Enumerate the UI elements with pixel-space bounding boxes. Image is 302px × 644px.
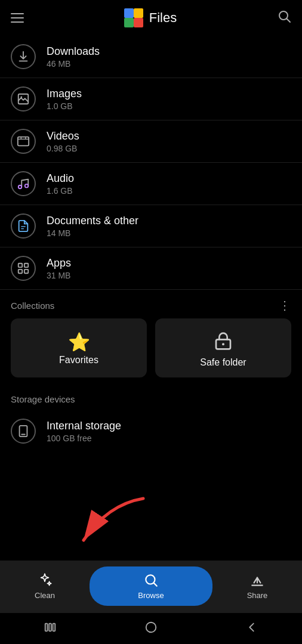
videos-icon	[11, 129, 36, 154]
category-name: Documents & other	[47, 215, 138, 227]
arrow-annotation	[48, 493, 155, 566]
share-nav-item[interactable]: Share	[212, 572, 302, 600]
category-size: 0.98 GB	[47, 144, 79, 153]
collections-title: Collections	[11, 301, 54, 311]
list-item[interactable]: Videos 0.98 GB	[0, 120, 302, 163]
bottom-navigation: Clean Browse Share	[0, 561, 302, 613]
browse-nav-item[interactable]: Browse	[90, 566, 212, 606]
star-icon: ⭐	[68, 332, 90, 352]
share-nav-label: Share	[247, 591, 268, 600]
audio-icon	[11, 171, 36, 196]
app-title: Files	[149, 10, 177, 26]
list-item[interactable]: Audio 1.6 GB	[0, 163, 302, 205]
storage-name: Internal storage	[47, 420, 121, 432]
storage-title: Storage devices	[11, 394, 75, 404]
safe-folder-card[interactable]: Safe folder	[155, 318, 291, 377]
category-name: Videos	[47, 130, 79, 143]
home-button[interactable]	[144, 621, 158, 637]
documents-icon	[11, 213, 36, 239]
category-size: 1.0 GB	[47, 101, 82, 111]
svg-point-21	[222, 343, 224, 345]
browse-nav-label: Browse	[138, 591, 164, 600]
category-size: 46 MB	[47, 59, 100, 69]
download-icon	[11, 44, 36, 69]
svg-rect-19	[24, 270, 28, 273]
images-icon	[11, 86, 36, 112]
category-size: 31 MB	[47, 271, 71, 280]
collections-header: Collections ⋮	[0, 290, 302, 318]
category-name: Audio	[47, 172, 74, 185]
svg-rect-8	[18, 137, 29, 146]
list-item[interactable]: Images 1.0 GB	[0, 78, 302, 120]
svg-rect-17	[24, 264, 28, 267]
internal-storage-item[interactable]: Internal storage 100 GB free	[0, 410, 302, 452]
category-name: Downloads	[47, 45, 100, 58]
svg-rect-30	[146, 622, 156, 632]
menu-button[interactable]	[11, 13, 24, 23]
favorites-card[interactable]: ⭐ Favorites	[11, 318, 147, 377]
app-logo-icon	[124, 8, 143, 27]
svg-rect-16	[19, 264, 22, 267]
lock-icon	[214, 332, 233, 355]
svg-rect-18	[19, 270, 22, 273]
list-item[interactable]: Documents & other 14 MB	[0, 205, 302, 247]
category-name: Apps	[47, 257, 71, 270]
search-icon[interactable]	[277, 9, 291, 27]
safe-folder-label: Safe folder	[200, 357, 246, 368]
clean-nav-label: Clean	[35, 591, 55, 600]
favorites-label: Favorites	[59, 355, 98, 366]
svg-rect-28	[49, 623, 51, 631]
collections-more-button[interactable]: ⋮	[279, 298, 291, 312]
svg-rect-27	[45, 623, 48, 631]
share-icon	[249, 572, 265, 588]
svg-rect-0	[124, 8, 134, 18]
list-item[interactable]: Apps 31 MB	[0, 247, 302, 290]
storage-header: Storage devices	[0, 386, 302, 410]
category-size: 1.6 GB	[47, 186, 74, 196]
svg-rect-1	[134, 8, 143, 18]
svg-rect-29	[53, 623, 56, 631]
collections-grid: ⭐ Favorites Safe folder	[0, 318, 302, 386]
apps-icon	[11, 256, 36, 281]
category-size: 14 MB	[47, 228, 138, 238]
svg-line-5	[286, 19, 290, 23]
svg-point-13	[25, 184, 29, 188]
storage-free: 100 GB free	[47, 434, 121, 443]
header-title-group: Files	[124, 8, 177, 27]
svg-point-12	[19, 185, 22, 189]
browse-icon	[143, 572, 159, 588]
phone-storage-icon	[11, 419, 36, 444]
system-navigation-bar	[0, 613, 302, 644]
svg-rect-22	[20, 426, 27, 436]
list-item[interactable]: Downloads 46 MB	[0, 36, 302, 78]
category-name: Images	[47, 88, 82, 100]
recents-button[interactable]	[44, 621, 57, 637]
file-category-list: Downloads 46 MB Images 1.0 GB	[0, 36, 302, 290]
sparkles-icon	[37, 572, 53, 588]
back-button[interactable]	[245, 621, 258, 637]
app-header: Files	[0, 0, 302, 36]
svg-line-25	[154, 583, 157, 586]
svg-rect-2	[124, 18, 134, 27]
svg-rect-3	[134, 18, 143, 27]
clean-nav-item[interactable]: Clean	[0, 572, 90, 600]
